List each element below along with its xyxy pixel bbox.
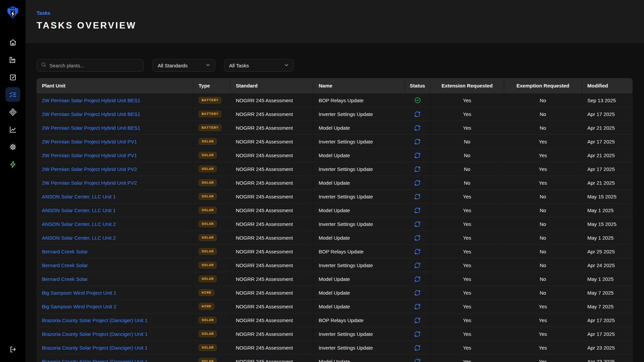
task-name-cell: Model Update — [313, 148, 405, 162]
plant-unit-link[interactable]: Bernard Creek Solar — [42, 249, 88, 254]
logout-button[interactable] — [5, 342, 20, 357]
standard-cell: NOGRR 245 Assessment — [230, 94, 313, 107]
sidebar-item-assessments[interactable] — [5, 70, 20, 84]
exemption-requested-cell: No — [504, 203, 582, 217]
modified-cell: Apr 24 2025 — [582, 258, 633, 272]
type-cell: BATTERY — [193, 121, 230, 134]
page-header: Tasks TASKS OVERVIEW — [25, 0, 644, 43]
task-name-cell: Inverter Settings Update — [313, 327, 405, 341]
modified-cell: Apr 17 2025 — [582, 313, 633, 327]
plant-unit-cell: Big Sampson Wind Project Unit 1 — [37, 286, 193, 299]
plant-unit-link[interactable]: Brazoria County Solar Project (Danciger)… — [42, 317, 148, 323]
plant-unit-link[interactable]: 2W Permian Solar Project Hybrid Unit BES… — [42, 125, 140, 131]
extension-requested-cell: Yes — [430, 190, 504, 203]
extension-requested-cell: Yes — [430, 217, 504, 231]
plant-unit-link[interactable]: 2W Permian Solar Project Hybrid Unit PV2 — [42, 180, 137, 186]
sidebar-item-settings[interactable] — [5, 139, 20, 154]
status-in-progress-icon — [414, 358, 421, 362]
breadcrumb-tasks[interactable]: Tasks — [37, 10, 50, 16]
plant-unit-link[interactable]: Brazoria County Solar Project (Danciger)… — [42, 331, 148, 337]
plant-unit-link[interactable]: 2W Permian Solar Project Hybrid Unit PV1 — [42, 139, 137, 144]
col-header-status: Status — [405, 78, 430, 93]
plant-unit-link[interactable]: 2W Permian Solar Project Hybrid Unit BES… — [42, 111, 140, 117]
extension-requested-cell: No — [430, 135, 504, 148]
sidebar-item-energy[interactable] — [5, 157, 20, 172]
plant-unit-cell: ANSON Solar Center, LLC Unit 2 — [37, 231, 193, 244]
exemption-requested-cell: Yes — [504, 300, 582, 313]
type-badge: SOLAR — [199, 262, 217, 268]
task-name-cell: BOP Relays Update — [313, 94, 405, 107]
status-in-progress-icon — [414, 138, 421, 145]
type-badge: BATTERY — [199, 97, 221, 104]
status-cell — [405, 341, 430, 354]
exemption-requested-cell: No — [504, 190, 582, 203]
status-cell — [405, 286, 430, 299]
plant-unit-link[interactable]: Bernard Creek Solar — [42, 262, 88, 268]
plant-unit-link[interactable]: 2W Permian Solar Project Hybrid Unit PV2 — [42, 166, 137, 172]
exemption-requested-cell: Yes — [504, 176, 582, 189]
table-row: 2W Permian Solar Project Hybrid Unit PV1… — [37, 148, 633, 162]
type-cell: SOLAR — [193, 162, 230, 176]
sidebar-item-modules[interactable] — [5, 105, 20, 119]
standard-cell: NOGRR 245 Assessment — [230, 286, 313, 299]
status-in-progress-icon — [414, 111, 421, 117]
app-logo[interactable] — [6, 5, 20, 19]
table-row: Brazoria County Solar Project (Danciger)… — [37, 313, 633, 327]
modified-cell: May 7 2025 — [582, 300, 633, 313]
plant-unit-link[interactable]: Big Sampson Wind Project Unit 1 — [42, 290, 116, 296]
plant-unit-cell: Brazoria County Solar Project (Danciger)… — [37, 327, 193, 341]
status-in-progress-icon — [414, 248, 421, 255]
plant-unit-link[interactable]: Brazoria County Solar Project (Danciger)… — [42, 359, 148, 362]
sidebar-item-home[interactable] — [5, 35, 20, 50]
exemption-requested-cell: Yes — [504, 162, 582, 176]
plant-unit-link[interactable]: ANSON Solar Center, LLC Unit 1 — [42, 207, 116, 213]
modified-cell: Apr 17 2025 — [582, 107, 633, 121]
task-name-cell: Model Update — [313, 203, 405, 217]
sidebar-item-analytics[interactable] — [5, 122, 20, 137]
type-badge: SOLAR — [199, 276, 217, 282]
plant-unit-link[interactable]: Big Sampson Wind Project Unit 2 — [42, 304, 116, 309]
plant-unit-link[interactable]: 2W Permian Solar Project Hybrid Unit BES… — [42, 98, 140, 103]
type-cell: BATTERY — [193, 107, 230, 121]
page-content: All Standards All Tasks Plant Unit Type — [25, 43, 644, 362]
plant-unit-link[interactable]: ANSON Solar Center, LLC Unit 2 — [42, 235, 116, 241]
exemption-requested-cell: Yes — [504, 313, 582, 327]
type-cell: SOLAR — [193, 148, 230, 162]
sidebar-item-plants[interactable] — [5, 52, 20, 67]
plant-unit-link[interactable]: Brazoria County Solar Project (Danciger)… — [42, 345, 148, 351]
table-row: ANSON Solar Center, LLC Unit 2 SOLAR NOG… — [37, 231, 633, 244]
search-box[interactable] — [37, 59, 144, 72]
status-cell — [405, 190, 430, 203]
task-name-cell: Inverter Settings Update — [313, 135, 405, 148]
tasks-dropdown[interactable]: All Tasks — [224, 59, 294, 72]
search-input[interactable] — [49, 63, 140, 68]
settings-gear-icon — [9, 143, 17, 151]
table-row: Big Sampson Wind Project Unit 1 WIND NOG… — [37, 286, 633, 299]
standard-cell: NOGRR 245 Assessment — [230, 217, 313, 231]
task-name-cell: Inverter Settings Update — [313, 341, 405, 354]
type-badge: SOLAR — [199, 234, 217, 241]
type-cell: SOLAR — [193, 217, 230, 231]
status-in-progress-icon — [414, 331, 421, 337]
modified-cell: May 15 2025 — [582, 217, 633, 231]
app-root: Tasks TASKS OVERVIEW All Standards — [0, 0, 644, 362]
modified-cell: May 1 2025 — [582, 272, 633, 286]
standard-cell: NOGRR 245 Assessment — [230, 231, 313, 244]
status-in-progress-icon — [414, 345, 421, 351]
exemption-requested-cell: No — [504, 107, 582, 121]
plant-unit-link[interactable]: Bernard Creek Solar — [42, 276, 88, 282]
standards-dropdown-value: All Standards — [158, 63, 187, 68]
table-row: Brazoria County Solar Project (Danciger)… — [37, 354, 633, 362]
plant-unit-link[interactable]: ANSON Solar Center, LLC Unit 2 — [42, 221, 116, 227]
modified-cell: Apr 21 2025 — [582, 121, 633, 134]
type-cell: SOLAR — [193, 327, 230, 341]
type-cell: SOLAR — [193, 341, 230, 354]
plant-unit-link[interactable]: 2W Permian Solar Project Hybrid Unit PV1 — [42, 153, 137, 158]
sidebar-item-tasks[interactable] — [5, 87, 20, 102]
exemption-requested-cell: Yes — [504, 327, 582, 341]
standards-dropdown[interactable]: All Standards — [153, 59, 215, 72]
plant-unit-link[interactable]: ANSON Solar Center, LLC Unit 1 — [42, 194, 116, 199]
task-name-cell: Model Update — [313, 286, 405, 299]
modules-grid-icon — [9, 108, 17, 116]
extension-requested-cell: Yes — [430, 245, 504, 258]
